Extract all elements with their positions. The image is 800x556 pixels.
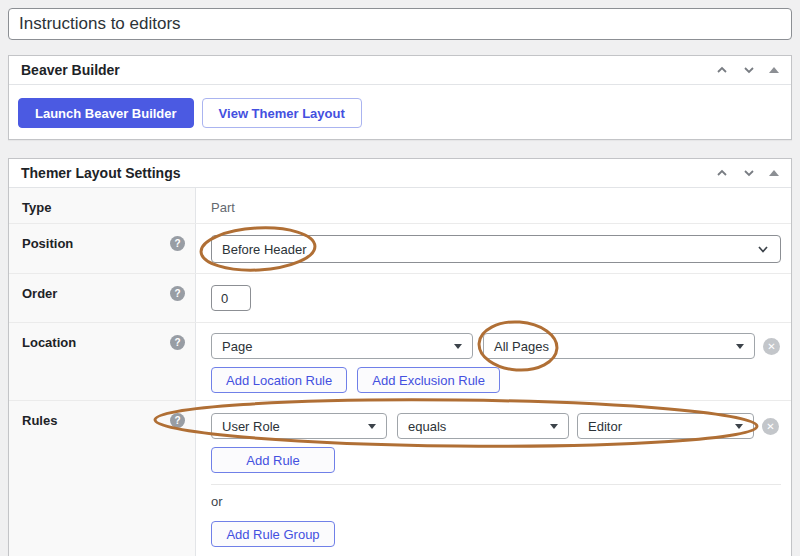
- location-object-select[interactable]: Page: [211, 333, 473, 359]
- move-down-icon[interactable]: [742, 63, 756, 77]
- rule-operator-select[interactable]: equals: [397, 413, 569, 439]
- help-icon[interactable]: ?: [170, 413, 185, 428]
- rule-group-divider: [211, 484, 781, 485]
- order-input[interactable]: [211, 285, 251, 311]
- help-icon[interactable]: ?: [170, 236, 185, 251]
- beaver-builder-metabox: Beaver Builder Launch Beaver Builder Vie…: [8, 55, 792, 140]
- rule-field-select[interactable]: User Role: [211, 413, 387, 439]
- or-label: or: [211, 494, 781, 509]
- remove-rule-icon[interactable]: ✕: [762, 418, 779, 435]
- beaver-builder-header: Beaver Builder: [9, 56, 791, 85]
- add-exclusion-rule-button[interactable]: Add Exclusion Rule: [357, 367, 500, 393]
- collapse-toggle-icon[interactable]: [769, 170, 779, 176]
- help-icon[interactable]: ?: [170, 286, 185, 301]
- location-label-cell: Location ?: [9, 323, 196, 400]
- caret-down-icon: [736, 344, 744, 349]
- type-label: Type: [22, 200, 185, 215]
- rule-value-value: Editor: [588, 419, 622, 434]
- help-icon[interactable]: ?: [170, 335, 185, 350]
- rules-label: Rules: [22, 413, 170, 428]
- add-rule-group-button[interactable]: Add Rule Group: [211, 521, 335, 547]
- rule-field-value: User Role: [222, 419, 280, 434]
- launch-beaver-builder-button[interactable]: Launch Beaver Builder: [18, 98, 194, 128]
- rules-label-cell: Rules ?: [9, 401, 196, 556]
- type-row: Type Part: [9, 188, 791, 224]
- location-row: Location ? Page All Pages ✕ Add Location…: [9, 323, 791, 401]
- move-up-icon[interactable]: [715, 166, 729, 180]
- location-object-value: Page: [222, 339, 252, 354]
- position-label: Position: [22, 236, 170, 251]
- position-row: Position ? Before Header: [9, 224, 791, 274]
- themer-settings-title: Themer Layout Settings: [21, 165, 715, 181]
- rules-row: Rules ? User Role equals Editor ✕: [9, 401, 791, 556]
- themer-settings-header: Themer Layout Settings: [9, 159, 791, 188]
- collapse-toggle-icon[interactable]: [769, 67, 779, 73]
- order-row: Order ?: [9, 274, 791, 323]
- caret-down-icon: [368, 424, 376, 429]
- chevron-down-icon: [756, 242, 770, 256]
- type-value: Part: [211, 188, 781, 215]
- beaver-builder-content: Launch Beaver Builder View Themer Layout: [9, 85, 791, 141]
- rule-operator-value: equals: [408, 419, 446, 434]
- move-up-icon[interactable]: [715, 63, 729, 77]
- caret-down-icon: [550, 424, 558, 429]
- caret-down-icon: [454, 344, 462, 349]
- position-select-value: Before Header: [222, 242, 307, 257]
- remove-location-icon[interactable]: ✕: [763, 338, 780, 355]
- post-title-input[interactable]: [8, 8, 792, 40]
- type-label-cell: Type: [9, 188, 196, 223]
- view-themer-layout-button[interactable]: View Themer Layout: [202, 98, 362, 128]
- rule-value-select[interactable]: Editor: [577, 413, 754, 439]
- location-scope-select[interactable]: All Pages: [483, 333, 755, 359]
- order-label: Order: [22, 286, 170, 301]
- add-rule-button[interactable]: Add Rule: [211, 447, 335, 473]
- add-location-rule-button[interactable]: Add Location Rule: [211, 367, 347, 393]
- move-down-icon[interactable]: [742, 166, 756, 180]
- order-label-cell: Order ?: [9, 274, 196, 322]
- position-select[interactable]: Before Header: [211, 235, 781, 263]
- location-scope-value: All Pages: [494, 339, 549, 354]
- position-label-cell: Position ?: [9, 224, 196, 273]
- caret-down-icon: [735, 424, 743, 429]
- location-label: Location: [22, 335, 170, 350]
- beaver-builder-title: Beaver Builder: [21, 62, 715, 78]
- themer-layout-settings-metabox: Themer Layout Settings Type Part Positio…: [8, 158, 792, 556]
